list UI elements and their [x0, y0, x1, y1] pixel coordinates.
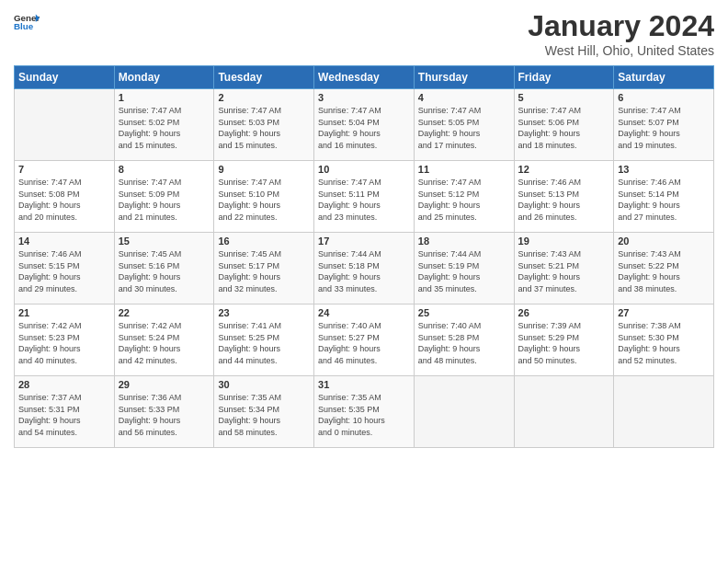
header-cell-sunday: Sunday — [15, 66, 115, 89]
calendar-header: SundayMondayTuesdayWednesdayThursdayFrid… — [15, 66, 714, 89]
day-number: 5 — [518, 92, 610, 103]
day-number: 13 — [618, 164, 710, 175]
day-number: 15 — [119, 236, 210, 247]
day-info: Sunrise: 7:47 AM Sunset: 5:11 PM Dayligh… — [318, 177, 410, 223]
day-cell — [614, 376, 714, 448]
day-cell: 15Sunrise: 7:45 AM Sunset: 5:16 PM Dayli… — [114, 233, 214, 304]
week-row-3: 21Sunrise: 7:42 AM Sunset: 5:23 PM Dayli… — [15, 304, 714, 376]
day-cell: 31Sunrise: 7:35 AM Sunset: 5:35 PM Dayli… — [314, 376, 415, 448]
day-number: 8 — [119, 164, 210, 175]
day-cell — [514, 376, 614, 448]
day-info: Sunrise: 7:47 AM Sunset: 5:04 PM Dayligh… — [318, 105, 410, 151]
day-info: Sunrise: 7:47 AM Sunset: 5:02 PM Dayligh… — [119, 105, 210, 151]
day-info: Sunrise: 7:35 AM Sunset: 5:35 PM Dayligh… — [318, 392, 410, 438]
logo: General Blue — [14, 9, 40, 35]
day-cell: 24Sunrise: 7:40 AM Sunset: 5:27 PM Dayli… — [314, 304, 415, 376]
day-info: Sunrise: 7:47 AM Sunset: 5:05 PM Dayligh… — [418, 105, 510, 151]
day-number: 29 — [119, 379, 210, 390]
day-number: 20 — [618, 236, 710, 247]
day-cell — [414, 376, 514, 448]
day-cell: 29Sunrise: 7:36 AM Sunset: 5:33 PM Dayli… — [114, 376, 214, 448]
day-info: Sunrise: 7:47 AM Sunset: 5:12 PM Dayligh… — [418, 177, 510, 223]
header-cell-friday: Friday — [514, 66, 614, 89]
header-row: SundayMondayTuesdayWednesdayThursdayFrid… — [15, 66, 714, 89]
day-number: 22 — [119, 307, 210, 318]
day-cell: 2Sunrise: 7:47 AM Sunset: 5:03 PM Daylig… — [214, 89, 314, 161]
day-cell: 9Sunrise: 7:47 AM Sunset: 5:10 PM Daylig… — [214, 161, 314, 233]
day-cell: 13Sunrise: 7:46 AM Sunset: 5:14 PM Dayli… — [614, 161, 714, 233]
day-number: 27 — [618, 307, 710, 318]
day-number: 28 — [18, 379, 110, 390]
day-info: Sunrise: 7:47 AM Sunset: 5:06 PM Dayligh… — [518, 105, 610, 151]
header-cell-saturday: Saturday — [614, 66, 714, 89]
day-info: Sunrise: 7:47 AM Sunset: 5:10 PM Dayligh… — [218, 177, 310, 223]
day-info: Sunrise: 7:45 AM Sunset: 5:16 PM Dayligh… — [119, 248, 210, 294]
day-number: 11 — [418, 164, 510, 175]
day-number: 25 — [418, 307, 510, 318]
location: West Hill, Ohio, United States — [528, 43, 714, 58]
day-info: Sunrise: 7:42 AM Sunset: 5:23 PM Dayligh… — [18, 320, 110, 366]
day-number: 7 — [18, 164, 110, 175]
day-number: 18 — [418, 236, 510, 247]
day-info: Sunrise: 7:37 AM Sunset: 5:31 PM Dayligh… — [18, 392, 110, 438]
day-info: Sunrise: 7:35 AM Sunset: 5:34 PM Dayligh… — [218, 392, 310, 438]
day-number: 12 — [518, 164, 610, 175]
day-cell: 18Sunrise: 7:44 AM Sunset: 5:19 PM Dayli… — [414, 233, 514, 304]
day-cell — [15, 89, 115, 161]
day-number: 21 — [18, 307, 110, 318]
header-cell-thursday: Thursday — [414, 66, 514, 89]
day-number: 16 — [218, 236, 310, 247]
day-info: Sunrise: 7:47 AM Sunset: 5:08 PM Dayligh… — [18, 177, 110, 223]
day-cell: 5Sunrise: 7:47 AM Sunset: 5:06 PM Daylig… — [514, 89, 614, 161]
title-area: January 2024 West Hill, Ohio, United Sta… — [528, 9, 714, 58]
day-cell: 23Sunrise: 7:41 AM Sunset: 5:25 PM Dayli… — [214, 304, 314, 376]
day-cell: 14Sunrise: 7:46 AM Sunset: 5:15 PM Dayli… — [15, 233, 115, 304]
day-info: Sunrise: 7:46 AM Sunset: 5:14 PM Dayligh… — [618, 177, 710, 223]
day-number: 6 — [618, 92, 710, 103]
day-cell: 21Sunrise: 7:42 AM Sunset: 5:23 PM Dayli… — [15, 304, 115, 376]
header-cell-tuesday: Tuesday — [214, 66, 314, 89]
day-info: Sunrise: 7:47 AM Sunset: 5:03 PM Dayligh… — [218, 105, 310, 151]
day-number: 17 — [318, 236, 410, 247]
day-cell: 4Sunrise: 7:47 AM Sunset: 5:05 PM Daylig… — [414, 89, 514, 161]
week-row-1: 7Sunrise: 7:47 AM Sunset: 5:08 PM Daylig… — [15, 161, 714, 233]
day-info: Sunrise: 7:44 AM Sunset: 5:18 PM Dayligh… — [318, 248, 410, 294]
day-info: Sunrise: 7:40 AM Sunset: 5:27 PM Dayligh… — [318, 320, 410, 366]
day-info: Sunrise: 7:47 AM Sunset: 5:09 PM Dayligh… — [119, 177, 210, 223]
calendar-table: SundayMondayTuesdayWednesdayThursdayFrid… — [14, 65, 714, 448]
header-cell-wednesday: Wednesday — [314, 66, 415, 89]
day-cell: 7Sunrise: 7:47 AM Sunset: 5:08 PM Daylig… — [15, 161, 115, 233]
day-cell: 22Sunrise: 7:42 AM Sunset: 5:24 PM Dayli… — [114, 304, 214, 376]
calendar-body: 1Sunrise: 7:47 AM Sunset: 5:02 PM Daylig… — [15, 89, 714, 448]
day-info: Sunrise: 7:40 AM Sunset: 5:28 PM Dayligh… — [418, 320, 510, 366]
day-cell: 8Sunrise: 7:47 AM Sunset: 5:09 PM Daylig… — [114, 161, 214, 233]
day-cell: 1Sunrise: 7:47 AM Sunset: 5:02 PM Daylig… — [114, 89, 214, 161]
week-row-2: 14Sunrise: 7:46 AM Sunset: 5:15 PM Dayli… — [15, 233, 714, 304]
day-cell: 26Sunrise: 7:39 AM Sunset: 5:29 PM Dayli… — [514, 304, 614, 376]
svg-text:Blue: Blue — [14, 21, 34, 31]
day-cell: 11Sunrise: 7:47 AM Sunset: 5:12 PM Dayli… — [414, 161, 514, 233]
day-number: 26 — [518, 307, 610, 318]
logo-icon: General Blue — [14, 9, 40, 35]
day-info: Sunrise: 7:43 AM Sunset: 5:22 PM Dayligh… — [618, 248, 710, 294]
day-info: Sunrise: 7:39 AM Sunset: 5:29 PM Dayligh… — [518, 320, 610, 366]
day-info: Sunrise: 7:45 AM Sunset: 5:17 PM Dayligh… — [218, 248, 310, 294]
page-container: General Blue January 2024 West Hill, Ohi… — [0, 0, 728, 457]
day-cell: 3Sunrise: 7:47 AM Sunset: 5:04 PM Daylig… — [314, 89, 415, 161]
day-info: Sunrise: 7:41 AM Sunset: 5:25 PM Dayligh… — [218, 320, 310, 366]
day-cell: 25Sunrise: 7:40 AM Sunset: 5:28 PM Dayli… — [414, 304, 514, 376]
day-cell: 27Sunrise: 7:38 AM Sunset: 5:30 PM Dayli… — [614, 304, 714, 376]
header-cell-monday: Monday — [114, 66, 214, 89]
day-cell: 19Sunrise: 7:43 AM Sunset: 5:21 PM Dayli… — [514, 233, 614, 304]
day-info: Sunrise: 7:46 AM Sunset: 5:15 PM Dayligh… — [18, 248, 110, 294]
day-number: 2 — [218, 92, 310, 103]
day-cell: 20Sunrise: 7:43 AM Sunset: 5:22 PM Dayli… — [614, 233, 714, 304]
day-info: Sunrise: 7:38 AM Sunset: 5:30 PM Dayligh… — [618, 320, 710, 366]
day-number: 1 — [119, 92, 210, 103]
week-row-0: 1Sunrise: 7:47 AM Sunset: 5:02 PM Daylig… — [15, 89, 714, 161]
day-number: 10 — [318, 164, 410, 175]
day-number: 9 — [218, 164, 310, 175]
day-info: Sunrise: 7:46 AM Sunset: 5:13 PM Dayligh… — [518, 177, 610, 223]
day-cell: 30Sunrise: 7:35 AM Sunset: 5:34 PM Dayli… — [214, 376, 314, 448]
day-number: 31 — [318, 379, 410, 390]
